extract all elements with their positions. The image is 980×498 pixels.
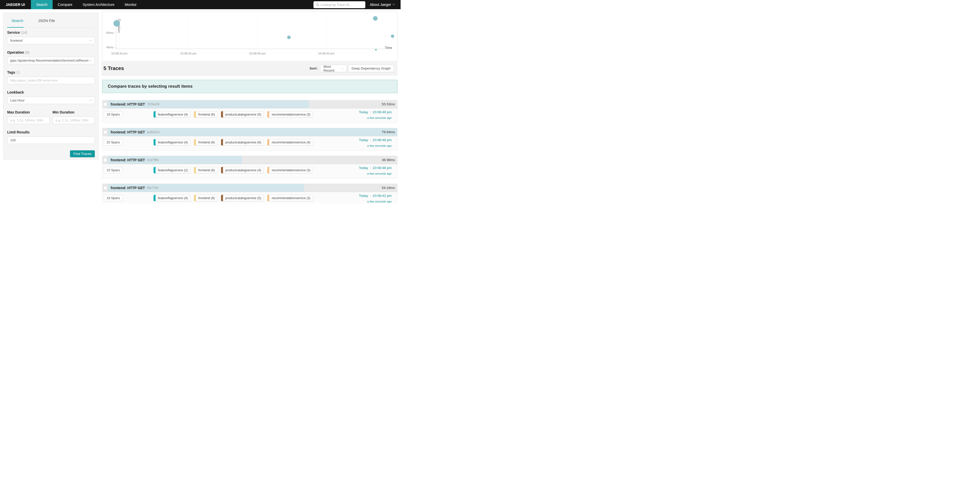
- service-color-strip: [221, 195, 223, 201]
- service-tag: frontend (6): [194, 111, 217, 118]
- trace-scatter-dot[interactable]: [373, 16, 378, 21]
- service-tag: recommendationservice (4): [267, 139, 313, 145]
- service-color-strip: [267, 167, 269, 173]
- service-tag: recommendationservice (3): [267, 195, 313, 201]
- sort-select[interactable]: Most Recent: [320, 65, 347, 72]
- service-color-strip: [267, 139, 269, 145]
- trace-select-checkbox[interactable]: [103, 158, 107, 162]
- tags-field[interactable]: [7, 77, 95, 84]
- max-duration-input[interactable]: [10, 118, 43, 122]
- max-duration-label: Max Duration: [7, 110, 49, 114]
- span-count-chip: 18 Spans: [104, 111, 123, 118]
- compare-banner: Compare traces by selecting result items: [102, 80, 398, 93]
- help-icon[interactable]: ?: [16, 71, 20, 74]
- nav-tab-monitor[interactable]: Monitor: [119, 0, 142, 9]
- trace-title: frontend: HTTP GET: [111, 186, 145, 190]
- chevron-down-icon: [89, 99, 92, 101]
- service-color-strip: [221, 139, 223, 145]
- chevron-down-icon: [393, 3, 395, 5]
- nav-tab-compare[interactable]: Compare: [52, 0, 78, 9]
- trace-select-checkbox[interactable]: [103, 130, 107, 134]
- trace-duration: 55.53ms: [382, 102, 397, 106]
- trace-count: 5 Traces: [103, 65, 124, 71]
- operation-select[interactable]: grpc.hipstershop.RecommendationService/L…: [7, 57, 95, 64]
- y-tick-mark: [114, 47, 116, 48]
- trace-title: frontend: HTTP GET: [111, 102, 145, 106]
- trace-id: 01d7f9b: [147, 158, 158, 162]
- trace-scatter-dot[interactable]: [375, 49, 377, 51]
- results-header: 5 Traces Sort: Most Recent Deep Dependen…: [101, 62, 398, 75]
- trace-select-checkbox[interactable]: [103, 186, 107, 190]
- trace-scatter-dot[interactable]: [287, 35, 291, 39]
- trace-item-body: 18 Spans featureflagservice (4) frontend…: [102, 109, 397, 123]
- trace-id-search-input[interactable]: [320, 3, 363, 6]
- x-axis-line: [115, 49, 392, 49]
- nav-tab-system-architecture[interactable]: System Architecture: [77, 0, 119, 9]
- tab-json-file[interactable]: JSON File: [34, 19, 59, 26]
- min-duration-input[interactable]: [56, 118, 89, 122]
- top-navbar: JAEGER UI Search Compare System Architec…: [0, 0, 401, 9]
- find-traces-button[interactable]: Find Traces: [70, 150, 95, 157]
- trace-id-search-box[interactable]: [313, 1, 365, 8]
- trace-scatter-dot[interactable]: [113, 20, 120, 27]
- service-select[interactable]: frontend: [7, 37, 95, 44]
- trace-item-header: frontend: HTTP GET 7876e26 55.53ms: [102, 100, 397, 109]
- trace-relative-time: a few seconds ago: [367, 200, 391, 203]
- service-tag-list: featureflagservice (4) frontend (6) prod…: [154, 111, 313, 118]
- trace-time-link[interactable]: 10:08:49 pm: [372, 110, 391, 114]
- x-tick-label: 10:08:40 pm: [246, 52, 269, 55]
- operation-label: Operation (8): [7, 50, 95, 54]
- lookback-select[interactable]: Last Hour: [7, 97, 95, 104]
- service-tag: productcatalogservice (5): [221, 111, 264, 118]
- service-tag: productcatalogservice (4): [221, 167, 264, 173]
- duration-row: Max Duration Min Duration: [7, 110, 95, 130]
- trace-timestamp: Today|10:08:42 pm: [359, 194, 391, 198]
- trace-timestamp: Today|10:08:48 pm: [359, 166, 391, 170]
- results-header-controls: Sort: Most Recent Deep Dependency Graph: [309, 65, 394, 72]
- trace-item-body: 15 Spans featureflagservice (2) frontend…: [102, 164, 397, 179]
- y-tick-mark: [114, 33, 116, 33]
- trace-result-item[interactable]: frontend: HTTP GET f5e7783 54.18ms 18 Sp…: [102, 184, 398, 203]
- trace-scatter-chart: Duration Time 10:08:30 pm10:08:35 pm10:0…: [102, 12, 398, 61]
- x-gridline: [188, 16, 189, 51]
- trace-result-item[interactable]: frontend: HTTP GET 01d7f9b 36.98ms 15 Sp…: [102, 156, 398, 179]
- trace-day-link[interactable]: Today: [359, 110, 368, 114]
- service-tag: featureflagservice (2): [154, 167, 190, 173]
- app-logo: JAEGER UI: [0, 0, 31, 9]
- limit-results-field[interactable]: [7, 137, 95, 144]
- trace-day-link[interactable]: Today: [359, 166, 368, 170]
- service-tag: recommendationservice (3): [267, 111, 313, 118]
- min-duration-field[interactable]: [52, 117, 95, 124]
- active-tab-indicator: [7, 27, 24, 28]
- tab-search[interactable]: Search: [7, 19, 28, 26]
- trace-time-link[interactable]: 10:08:48 pm: [372, 166, 391, 170]
- service-tag: recommendationservice (3): [267, 167, 313, 173]
- deep-dependency-graph-button[interactable]: Deep Dependency Graph: [348, 65, 394, 72]
- tags-input[interactable]: [10, 78, 88, 82]
- service-color-strip: [154, 167, 156, 173]
- trace-item-header: frontend: HTTP GET 01d7f9b 36.98ms: [102, 156, 397, 164]
- span-count-chip: 15 Spans: [104, 167, 123, 173]
- about-jaeger-menu[interactable]: About Jaeger: [370, 3, 395, 6]
- trace-day-link[interactable]: Today: [359, 138, 368, 142]
- trace-time-link[interactable]: 10:08:42 pm: [372, 194, 391, 198]
- service-tag: featureflagservice (4): [154, 111, 190, 118]
- limit-results-input[interactable]: [10, 138, 88, 142]
- service-color-strip: [194, 111, 196, 118]
- max-duration-field[interactable]: [7, 117, 49, 124]
- trace-title: frontend: HTTP GET: [111, 130, 145, 134]
- service-tag: productcatalogservice (6): [221, 139, 264, 145]
- trace-scatter-dot[interactable]: [391, 35, 394, 38]
- trace-select-checkbox[interactable]: [103, 102, 107, 106]
- nav-tab-search[interactable]: Search: [31, 0, 52, 9]
- x-tick-label: 10:08:35 pm: [177, 52, 200, 55]
- trace-day-link[interactable]: Today: [359, 194, 368, 198]
- chevron-down-icon: [89, 59, 92, 61]
- lookback-label: Lookback: [7, 90, 95, 94]
- duration-bar-zone: frontend: HTTP GET 7876e26 55.53ms: [108, 100, 397, 108]
- trace-result-item[interactable]: frontend: HTTP GET ae8341d 79.94ms 20 Sp…: [102, 128, 398, 150]
- service-color-strip: [194, 139, 196, 145]
- trace-item-header: frontend: HTTP GET f5e7783 54.18ms: [102, 184, 397, 192]
- trace-time-link[interactable]: 10:08:48 pm: [372, 138, 391, 142]
- trace-result-item[interactable]: frontend: HTTP GET 7876e26 55.53ms 18 Sp…: [102, 100, 398, 123]
